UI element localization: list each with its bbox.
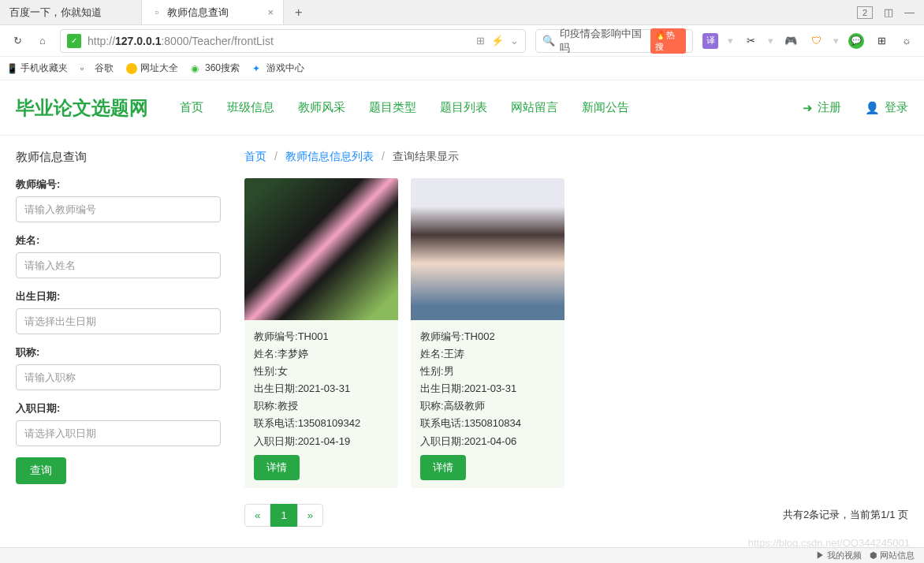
bookmark-item[interactable]: 网址大全 bbox=[126, 62, 178, 75]
qr-icon[interactable]: ⊞ bbox=[476, 35, 485, 47]
login-link[interactable]: 👤登录 bbox=[865, 100, 908, 115]
settings-icon[interactable]: ☼ bbox=[899, 33, 915, 49]
teacher-birth-value: 2021-03-31 bbox=[298, 382, 351, 394]
teacher-no-label: 教师编号: bbox=[16, 177, 221, 192]
detail-button[interactable]: 详情 bbox=[420, 455, 466, 480]
nav-topic-type[interactable]: 题目类型 bbox=[369, 100, 416, 115]
nav-teacher[interactable]: 教师风采 bbox=[298, 100, 345, 115]
breadcrumb-sep: / bbox=[382, 150, 385, 164]
lightning-icon[interactable]: ⚡ bbox=[491, 35, 504, 47]
title-input[interactable] bbox=[16, 364, 221, 390]
teacher-photo[interactable] bbox=[244, 178, 398, 320]
status-bar: ▶ 我的视频 ⬢ 网站信息 bbox=[0, 547, 924, 563]
teacher-title-value: 教授 bbox=[278, 400, 298, 412]
browser-tab-bar: 百度一下，你就知道 ▫ 教师信息查询 × + 2 ◫ — bbox=[0, 0, 924, 25]
home-icon[interactable]: ⌂ bbox=[35, 33, 50, 49]
bookmark-item[interactable]: 📱手机收藏夹 bbox=[6, 62, 68, 75]
globe-icon bbox=[126, 63, 137, 74]
window-count-badge[interactable]: 2 bbox=[857, 6, 873, 19]
site-nav: 毕业论文选题网 首页 班级信息 教师风采 题目类型 题目列表 网站留言 新闻公告… bbox=[0, 80, 924, 136]
window-controls-icon[interactable]: ◫ bbox=[884, 6, 893, 18]
translate-icon[interactable]: 译 bbox=[702, 33, 718, 49]
teacher-gender-value: 女 bbox=[278, 365, 288, 377]
nav-message[interactable]: 网站留言 bbox=[511, 100, 558, 115]
page-prev[interactable]: « bbox=[244, 504, 270, 527]
apps-icon[interactable]: ⊞ bbox=[874, 33, 889, 49]
detail-button[interactable]: 详情 bbox=[254, 455, 300, 480]
register-link[interactable]: ➜注册 bbox=[803, 100, 841, 115]
chat-icon[interactable]: 💬 bbox=[848, 33, 864, 49]
bookmark-item[interactable]: ▫谷歌 bbox=[80, 62, 114, 75]
bookmark-item[interactable]: ✦游戏中心 bbox=[252, 62, 304, 75]
page-current[interactable]: 1 bbox=[270, 504, 296, 527]
teacher-no-input[interactable] bbox=[16, 196, 221, 222]
separator: ▾ bbox=[833, 35, 839, 47]
signin-icon: ➜ bbox=[803, 101, 813, 115]
breadcrumb-home[interactable]: 首页 bbox=[244, 150, 266, 164]
breadcrumb-current: 查询结果显示 bbox=[393, 150, 459, 164]
name-input[interactable] bbox=[16, 252, 221, 278]
teacher-gender-value: 男 bbox=[444, 365, 454, 377]
page-icon: ▫ bbox=[80, 63, 91, 74]
teacher-hire-value: 2021-04-06 bbox=[464, 435, 517, 447]
status-item[interactable]: ▶ 我的视频 bbox=[816, 550, 862, 561]
teacher-hire-value: 2021-04-19 bbox=[298, 435, 351, 447]
minimize-icon[interactable]: — bbox=[904, 6, 915, 18]
teacher-photo[interactable] bbox=[411, 178, 564, 320]
scissors-icon[interactable]: ✂ bbox=[743, 33, 758, 49]
user-icon: 👤 bbox=[865, 101, 880, 115]
separator: ▾ bbox=[768, 35, 773, 47]
url-input[interactable]: ✓ http://127.0.0.1:8000/Teacher/frontLis… bbox=[60, 29, 526, 53]
search-icon: 🔍 bbox=[542, 35, 555, 47]
url-bar: ↻ ⌂ ✓ http://127.0.0.1:8000/Teacher/fron… bbox=[0, 25, 924, 57]
teacher-birth-value: 2021-03-31 bbox=[464, 382, 517, 394]
hire-label: 入职日期: bbox=[16, 401, 221, 416]
tab-title: 百度一下，你就知道 bbox=[9, 6, 102, 20]
nav-topic-list[interactable]: 题目列表 bbox=[440, 100, 487, 115]
nav-home[interactable]: 首页 bbox=[180, 100, 203, 115]
nav-class[interactable]: 班级信息 bbox=[227, 100, 274, 115]
teacher-no-value: TH001 bbox=[298, 330, 329, 342]
security-icon[interactable]: 🛡 bbox=[808, 33, 824, 49]
breadcrumb-list[interactable]: 教师信息信息列表 bbox=[285, 150, 374, 164]
browser-tab-active[interactable]: ▫ 教师信息查询 × bbox=[142, 0, 284, 24]
name-label: 姓名: bbox=[16, 233, 221, 248]
game-icon[interactable]: 🎮 bbox=[783, 33, 799, 49]
search-box[interactable]: 🔍 印疫情会影响中国吗 🔥热搜 bbox=[535, 29, 693, 53]
close-icon[interactable]: × bbox=[267, 6, 274, 18]
teacher-cards: 教师编号:TH001 姓名:李梦婷 性别:女 出生日期:2021-03-31 职… bbox=[244, 178, 908, 488]
breadcrumb-sep: / bbox=[274, 150, 278, 164]
game-icon: ✦ bbox=[252, 63, 263, 74]
teacher-no-value: TH002 bbox=[464, 330, 495, 342]
reload-icon[interactable]: ↻ bbox=[9, 33, 25, 49]
nav-links: 首页 班级信息 教师风采 题目类型 题目列表 网站留言 新闻公告 bbox=[180, 100, 629, 115]
bookmark-item[interactable]: ◉360搜索 bbox=[191, 62, 240, 75]
birth-label: 出生日期: bbox=[16, 289, 221, 304]
nav-news[interactable]: 新闻公告 bbox=[582, 100, 629, 115]
birth-input[interactable] bbox=[16, 308, 221, 334]
card-body: 教师编号:TH001 姓名:李梦婷 性别:女 出生日期:2021-03-31 职… bbox=[244, 320, 398, 488]
shield-icon: ✓ bbox=[67, 34, 81, 48]
browser-tab[interactable]: 百度一下，你就知道 bbox=[0, 0, 142, 24]
hire-input[interactable] bbox=[16, 420, 221, 446]
tab-title: 教师信息查询 bbox=[167, 6, 229, 20]
page-next[interactable]: » bbox=[297, 504, 323, 527]
360-icon: ◉ bbox=[191, 63, 202, 74]
status-item[interactable]: ⬢ 网站信息 bbox=[870, 550, 915, 561]
hot-badge: 🔥热搜 bbox=[650, 28, 686, 54]
new-tab-button[interactable]: + bbox=[284, 6, 313, 20]
chevron-down-icon[interactable]: ⌄ bbox=[510, 35, 519, 47]
toolbar-icons: 译 ▾ ✂ ▾ 🎮 🛡 ▾ 💬 ⊞ ☼ bbox=[702, 33, 915, 49]
site-logo[interactable]: 毕业论文选题网 bbox=[16, 95, 148, 121]
url-tools: ⊞ ⚡ ⌄ bbox=[476, 35, 519, 47]
teacher-card: 教师编号:TH001 姓名:李梦婷 性别:女 出生日期:2021-03-31 职… bbox=[244, 178, 398, 488]
url-text: http://127.0.0.1:8000/Teacher/frontList bbox=[88, 35, 470, 47]
teacher-name-value: 王涛 bbox=[444, 348, 464, 360]
phone-icon: 📱 bbox=[6, 63, 17, 74]
page-icon: ▫ bbox=[151, 7, 162, 18]
content-area: 首页 / 教师信息信息列表 / 查询结果显示 教师编号:TH001 姓名:李梦婷… bbox=[244, 150, 908, 527]
title-label: 职称: bbox=[16, 345, 221, 360]
search-hint: 印疫情会影响中国吗 bbox=[560, 27, 646, 55]
query-button[interactable]: 查询 bbox=[16, 457, 66, 484]
nav-right: ➜注册 👤登录 bbox=[803, 100, 908, 115]
